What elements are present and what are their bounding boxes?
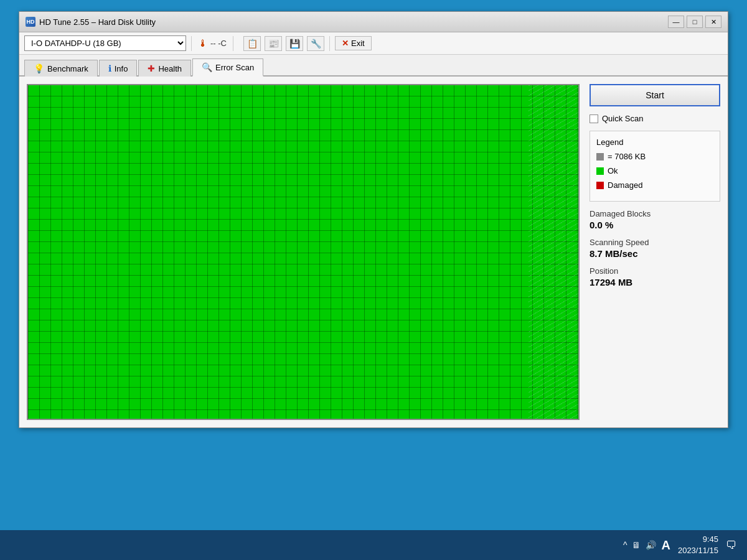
title-bar-left: HD HD Tune 2.55 – Hard Disk Utility bbox=[26, 17, 156, 27]
temperature-display: 🌡 -- -C bbox=[191, 36, 233, 51]
health-tab-icon: ✚ bbox=[148, 63, 155, 73]
exit-button[interactable]: ✕ Exit bbox=[335, 36, 372, 50]
legend-damaged-label: Damaged bbox=[608, 180, 642, 190]
system-tray: ^ 🖥 🔊 A bbox=[623, 538, 670, 553]
main-content: Start Quick Scan Legend = 7086 KB Ok Dam… bbox=[19, 77, 728, 427]
damaged-blocks-label: Damaged Blocks bbox=[590, 209, 720, 218]
green-swatch bbox=[596, 167, 604, 175]
legend-title: Legend bbox=[596, 138, 713, 147]
start-button[interactable]: Start bbox=[590, 84, 720, 106]
tab-error-scan[interactable]: 🔍 Error Scan bbox=[192, 58, 263, 77]
position-label: Position bbox=[590, 266, 720, 276]
exit-label: Exit bbox=[351, 39, 365, 48]
app-icon: HD bbox=[26, 17, 35, 27]
tray-volume-icon[interactable]: 🔊 bbox=[646, 540, 656, 550]
thermometer-icon: 🌡 bbox=[198, 38, 208, 49]
clock-time: 9:45 bbox=[678, 534, 718, 545]
legend-blocksize-label: = 7086 KB bbox=[608, 152, 646, 161]
red-swatch bbox=[596, 182, 604, 189]
notification-icon[interactable]: 🗨 bbox=[726, 539, 737, 552]
position-section: Position 17294 MB bbox=[590, 266, 720, 287]
position-value: 17294 MB bbox=[590, 277, 720, 287]
title-controls: — □ ✕ bbox=[668, 16, 721, 28]
error-scan-tab-icon: 🔍 bbox=[202, 62, 212, 72]
exit-x-icon: ✕ bbox=[342, 39, 349, 48]
close-button[interactable]: ✕ bbox=[705, 16, 721, 28]
benchmark-tab-label: Benchmark bbox=[47, 64, 88, 73]
info-tab-label: Info bbox=[115, 64, 128, 73]
legend-box: Legend = 7086 KB Ok Damaged bbox=[590, 131, 720, 202]
scanning-speed-section: Scanning Speed 8.7 MB/sec bbox=[590, 238, 720, 259]
health-tab-label: Health bbox=[158, 64, 182, 73]
taskbar: ^ 🖥 🔊 A 9:45 2023/11/15 🗨 bbox=[0, 530, 747, 560]
right-panel: Start Quick Scan Legend = 7086 KB Ok Dam… bbox=[590, 84, 720, 420]
save-icon-button[interactable]: 💾 bbox=[286, 36, 303, 51]
gray-swatch bbox=[596, 153, 604, 161]
title-bar: HD HD Tune 2.55 – Hard Disk Utility — □ … bbox=[19, 12, 728, 32]
scanning-speed-value: 8.7 MB/sec bbox=[590, 248, 720, 259]
toolbar-icons: 📋 📰 💾 🔧 bbox=[238, 36, 330, 51]
maximize-button[interactable]: □ bbox=[687, 16, 703, 28]
scan-grid-container bbox=[27, 84, 580, 420]
minimize-button[interactable]: — bbox=[668, 16, 684, 28]
scan-grid bbox=[28, 85, 578, 419]
legend-item-ok: Ok bbox=[596, 166, 713, 175]
legend-item-blocksize: = 7086 KB bbox=[596, 152, 713, 161]
tab-health[interactable]: ✚ Health bbox=[138, 60, 191, 77]
legend-ok-label: Ok bbox=[608, 166, 618, 175]
main-window: HD HD Tune 2.55 – Hard Disk Utility — □ … bbox=[19, 11, 728, 428]
window-title: HD Tune 2.55 – Hard Disk Utility bbox=[39, 17, 156, 27]
toolbar: I-O DATAHDP-U (18 GB) 🌡 -- -C 📋 📰 💾 🔧 ✕ … bbox=[19, 32, 728, 55]
benchmark-tab-icon: 💡 bbox=[34, 63, 44, 73]
quick-scan-row: Quick Scan bbox=[590, 114, 720, 123]
legend-item-damaged: Damaged bbox=[596, 180, 713, 190]
tabs-bar: 💡 Benchmark ℹ Info ✚ Health 🔍 Error Scan bbox=[19, 55, 728, 77]
error-scan-tab-label: Error Scan bbox=[215, 63, 254, 72]
drive-select[interactable]: I-O DATAHDP-U (18 GB) bbox=[24, 35, 186, 51]
quick-scan-checkbox[interactable] bbox=[590, 114, 598, 123]
info-tab-icon: ℹ bbox=[108, 63, 111, 73]
copy-icon-button[interactable]: 📋 bbox=[243, 36, 261, 51]
damaged-blocks-section: Damaged Blocks 0.0 % bbox=[590, 209, 720, 230]
tray-monitor-icon[interactable]: 🖥 bbox=[632, 540, 641, 550]
tab-info[interactable]: ℹ Info bbox=[99, 60, 138, 77]
quick-scan-label: Quick Scan bbox=[602, 114, 643, 123]
taskbar-clock[interactable]: 9:45 2023/11/15 bbox=[678, 534, 718, 556]
paste-icon-button[interactable]: 📰 bbox=[265, 36, 282, 51]
tray-chevron-icon[interactable]: ^ bbox=[623, 540, 627, 550]
damaged-blocks-value: 0.0 % bbox=[590, 220, 720, 230]
tray-ime-icon[interactable]: A bbox=[661, 538, 670, 553]
tools-icon-button[interactable]: 🔧 bbox=[307, 36, 324, 51]
temp-value: -- -C bbox=[210, 39, 227, 48]
clock-date: 2023/11/15 bbox=[678, 545, 718, 556]
scanning-speed-label: Scanning Speed bbox=[590, 238, 720, 247]
tab-benchmark[interactable]: 💡 Benchmark bbox=[24, 60, 98, 77]
